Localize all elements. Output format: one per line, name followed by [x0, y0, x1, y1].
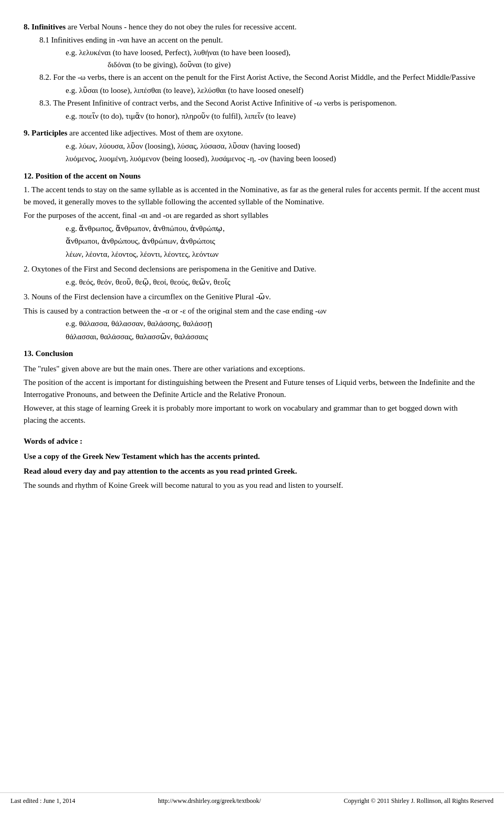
section-13: 13. Conclusion The "rules" given above a… [24, 348, 480, 426]
section-9-text: are accented like adjectives. Most of th… [67, 129, 243, 137]
section-12-header: 12. Position of the accent on Nouns [24, 170, 480, 182]
words-of-advice-label: Words of advice : [24, 435, 480, 447]
section-13-num: 13. [24, 349, 34, 358]
section-8-2: 8.2. For the -ω verbs, there is an accen… [39, 71, 480, 83]
s12-item-2: 2. Oxytones of the First and Second decl… [24, 263, 480, 275]
s9-eg1: e.g. λύων, λύουσα, λῦον (loosing), λύσας… [66, 140, 480, 152]
section-8-num: 8. [24, 23, 32, 31]
advice-1: Use a copy of the Greek New Testament wh… [24, 451, 480, 463]
s12-1-text: The accent tends to stay on the same syl… [24, 185, 480, 206]
s12-1-eg3: λέων, λέοντα, λέοντος, λέοντι, λέοντες, … [66, 248, 480, 260]
s13-p2: The position of the accent is important … [24, 377, 480, 400]
s12-item-3: 3. Nouns of the First declension have a … [24, 291, 480, 303]
s8-2-eg: e.g. λῦσαι (to loose), λιπέσθαι (to leav… [66, 85, 480, 97]
section-8-3: 8.3. The Present Infinitive of contract … [39, 97, 480, 109]
s8-2-text: 8.2. For the -ω verbs, there is an accen… [39, 73, 475, 81]
s8-3-eg: e.g. ποιεῖν (to do), τιμᾶν (to honor), π… [66, 110, 480, 122]
advice-1-text: Use a copy of the Greek New Testament wh… [24, 452, 260, 461]
s12-3-num: 3. [24, 292, 29, 301]
s13-p1: The "rules" given above are but the main… [24, 363, 480, 375]
footer: Last edited : June 1, 2014 http://www.dr… [0, 792, 504, 806]
s12-1-sub: For the purposes of the accent, final -α… [24, 210, 480, 222]
s8-1-text: 8.1 Infinitives ending in -ναι have an a… [39, 36, 223, 44]
advice-3: The sounds and rhythm of Koine Greek wil… [24, 479, 480, 492]
section-8-text: are Verbal Nouns - hence they do not obe… [66, 23, 297, 31]
footer-right: Copyright © 2011 Shirley J. Rollinson, a… [344, 796, 494, 806]
s12-1-num: 1. [24, 185, 29, 194]
advice-2: Read aloud every day and pay attention t… [24, 465, 480, 477]
s12-1-eg2: ἄνθρωποι, ἀνθρώπους, ἀνθρώπων, ἀνθρώποις [66, 235, 480, 247]
section-8: 8. Infinitives are Verbal Nouns - hence … [24, 21, 480, 122]
footer-mid: http://www.drshirley.org/greek/textbook/ [158, 796, 261, 806]
s12-item-1: 1. The accent tends to stay on the same … [24, 184, 480, 207]
footer-left: Last edited : June 1, 2014 [10, 796, 75, 806]
s12-3-text: Nouns of the First declension have a cir… [29, 292, 271, 301]
advice-3-text: The sounds and rhythm of Koine Greek wil… [24, 481, 343, 489]
section-8-label: Infinitives [32, 23, 66, 31]
s8-3-text: 8.3. The Present Infinitive of contract … [39, 99, 397, 107]
section-9: 9. Participles are accented like adjecti… [24, 127, 480, 165]
section-8-1: 8.1 Infinitives ending in -ναι have an a… [39, 34, 480, 46]
section-12-num: 12. [24, 172, 34, 180]
s8-1-eg: e.g. λελυκέναι (to have loosed, Perfect)… [66, 47, 480, 59]
s12-2-text: Oxytones of the First and Second declens… [29, 265, 316, 273]
s12-3-eg1: e.g. θάλασσα, θάλασσαν, θαλάσσης, θαλάσσ… [66, 318, 480, 330]
section-9-num: 9. [24, 129, 32, 137]
s13-p3: However, at this stage of learning Greek… [24, 402, 480, 426]
s9-eg2: λυόμενος, λυομένη, λυόμενον (being loose… [66, 153, 480, 165]
s12-3-sub: This is caused by a contraction between … [24, 305, 480, 317]
s12-1-eg1: e.g. ἄνθρωπος, ἄνθρωπον, ἀνθπώπου, ἀνθρώ… [66, 223, 480, 235]
section-8-header: 8. Infinitives are Verbal Nouns - hence … [24, 21, 480, 33]
s12-3-eg2: θάλασσαι, θαλάσσας, θαλασσῶν, θαλάσσαις [66, 331, 480, 343]
s12-2-num: 2. [24, 265, 29, 273]
section-12-label: Position of the accent on Nouns [34, 172, 141, 180]
section-9-label: Participles [32, 129, 67, 137]
words-of-advice-section: Words of advice : Use a copy of the Gree… [24, 435, 480, 491]
section-13-label: Conclusion [34, 349, 73, 358]
section-13-header: 13. Conclusion [24, 348, 480, 360]
section-9-header: 9. Participles are accented like adjecti… [24, 127, 480, 139]
s12-2-eg: e.g. θεός, θεόν, θεοῦ, θεῷ, θεοί, θεούς,… [66, 276, 480, 288]
s8-1-eg2: διδόναι (to be giving), δοῦναι (to give) [108, 59, 480, 71]
section-12: 12. Position of the accent on Nouns 1. T… [24, 170, 480, 343]
advice-2-text: Read aloud every day and pay attention t… [24, 467, 297, 475]
